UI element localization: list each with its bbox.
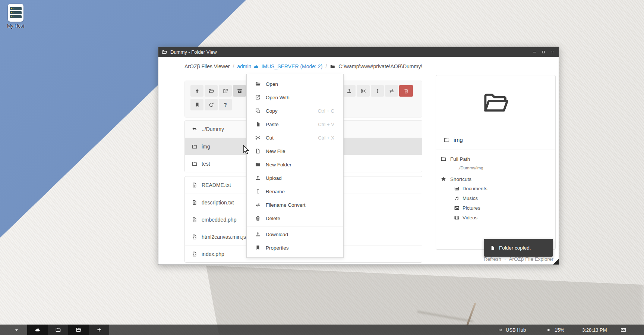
arrow-up-fill-icon bbox=[194, 88, 200, 94]
server-bar bbox=[10, 11, 22, 14]
folder-icon bbox=[330, 64, 335, 69]
menu-item-new-folder[interactable]: New Folder bbox=[247, 158, 343, 171]
menu-item-paste[interactable]: PasteCtrl + V bbox=[247, 118, 343, 131]
bookmark-fill-icon bbox=[194, 102, 200, 108]
taskbar-files-app-button[interactable] bbox=[48, 325, 68, 335]
taskbar-caret-icon[interactable] bbox=[14, 328, 19, 332]
window-titlebar[interactable]: Dummy - Folder View bbox=[158, 47, 559, 57]
go-up-button[interactable] bbox=[190, 85, 203, 97]
close-button[interactable] bbox=[550, 49, 555, 55]
image-icon bbox=[454, 205, 460, 211]
usb-status[interactable]: USB Hub bbox=[498, 325, 526, 335]
rename-button[interactable] bbox=[371, 85, 384, 97]
menu-item-label: New Folder bbox=[266, 162, 291, 168]
breadcrumb-server-link[interactable]: admin IMUS_SERVER (Mode: 2) bbox=[237, 63, 322, 69]
menu-item-upload[interactable]: Upload bbox=[247, 171, 343, 185]
menu-item-open-with[interactable]: Open With bbox=[247, 91, 343, 104]
file-text-icon bbox=[192, 182, 198, 188]
refresh-button[interactable] bbox=[205, 99, 218, 110]
file-label: README.txt bbox=[202, 182, 231, 188]
delete-button[interactable] bbox=[399, 85, 413, 97]
shortcut-item-musics[interactable]: Musics bbox=[454, 193, 555, 203]
menu-item-label: Delete bbox=[266, 216, 280, 221]
trash-icon bbox=[255, 215, 261, 221]
full-path-value: ./Dummy/img bbox=[458, 166, 555, 170]
preview-box bbox=[436, 75, 555, 130]
window-title-icon bbox=[162, 49, 167, 55]
taskbar-add-app-button[interactable] bbox=[89, 325, 109, 335]
taskbar-folder-view-app-button[interactable] bbox=[68, 325, 89, 335]
taskbar-cloud-app-button[interactable] bbox=[27, 325, 48, 335]
menu-item-copy[interactable]: CopyCtrl + C bbox=[247, 104, 343, 118]
ibeam-icon bbox=[375, 88, 381, 94]
ibeam-icon bbox=[255, 188, 261, 194]
refresh-link[interactable]: Refresh bbox=[484, 256, 501, 262]
filename-convert-button[interactable] bbox=[385, 85, 398, 97]
music-fill-icon bbox=[454, 195, 460, 201]
menu-item-cut[interactable]: CutCtrl + X bbox=[247, 131, 343, 144]
breadcrumb-server[interactable]: IMUS_SERVER (Mode: 2) bbox=[261, 63, 322, 69]
menu-item-open[interactable]: Open bbox=[247, 77, 343, 91]
paste-icon bbox=[255, 121, 261, 127]
mouse-cursor bbox=[243, 145, 252, 154]
menu-item-filename-convert[interactable]: Filename Convert bbox=[247, 198, 343, 212]
refresh-icon bbox=[208, 102, 214, 108]
bookmark-fill-icon bbox=[255, 245, 261, 251]
maximize-button[interactable] bbox=[541, 49, 546, 55]
desktop-icon-my-host[interactable]: My Host bbox=[5, 4, 26, 29]
breadcrumb: ArOZβ Files Viewer / admin IMUS_SERVER (… bbox=[184, 63, 422, 69]
upload-button[interactable] bbox=[342, 85, 356, 97]
folder-open-icon bbox=[208, 88, 214, 94]
menu-item-delete[interactable]: Delete bbox=[247, 212, 343, 225]
file-code-icon bbox=[192, 217, 198, 223]
shortcut-item-videos[interactable]: Videos bbox=[454, 213, 555, 222]
max-icon bbox=[541, 50, 546, 54]
open-external-button[interactable] bbox=[219, 85, 232, 97]
help-button[interactable]: ? bbox=[219, 99, 232, 110]
caret-down-fill-icon bbox=[14, 328, 19, 332]
archive-button[interactable] bbox=[233, 85, 246, 97]
folder-icon bbox=[55, 327, 61, 333]
cut-button[interactable] bbox=[357, 85, 370, 97]
bookmark-button[interactable] bbox=[190, 99, 203, 110]
menu-item-label: Download bbox=[266, 232, 288, 237]
menu-item-label: Cut bbox=[266, 135, 274, 141]
shortcuts-label: Shortcuts bbox=[450, 176, 471, 182]
menu-item-new-file[interactable]: New File bbox=[247, 144, 343, 158]
folder-open-icon bbox=[481, 88, 510, 117]
selected-item-name: img bbox=[454, 137, 463, 143]
paste-icon bbox=[490, 245, 495, 251]
folder-label: ../Dummy bbox=[202, 126, 224, 132]
server-icon bbox=[8, 4, 23, 22]
minimize-button[interactable] bbox=[532, 49, 537, 55]
file-icon bbox=[255, 148, 261, 154]
copy-icon bbox=[255, 108, 261, 114]
shortcut-item-documents[interactable]: Documents bbox=[454, 184, 555, 193]
open-folder-button[interactable] bbox=[205, 85, 218, 97]
plus-fill-icon bbox=[96, 327, 102, 333]
breadcrumb-user[interactable]: admin bbox=[237, 63, 251, 69]
brand-label: ArOZβ File Explorer bbox=[509, 256, 553, 262]
menu-item-download[interactable]: Download bbox=[247, 228, 343, 241]
folder-icon bbox=[443, 137, 450, 143]
mail-tray[interactable] bbox=[620, 325, 626, 335]
volume-status[interactable]: 15% bbox=[546, 325, 564, 335]
shortcut-item-pictures[interactable]: Pictures bbox=[454, 203, 555, 213]
full-path-label: Full Path bbox=[450, 156, 470, 162]
envelope-icon bbox=[620, 327, 626, 333]
folder-open-icon bbox=[76, 327, 82, 333]
file-code-icon bbox=[192, 234, 198, 240]
menu-item-properties[interactable]: Properties bbox=[247, 241, 343, 254]
clock[interactable]: 3:28:13 PM bbox=[582, 325, 607, 335]
resize-handle[interactable] bbox=[553, 259, 559, 264]
file-label: description.txt bbox=[202, 200, 234, 206]
side-details: Full Path ./Dummy/img Shortcuts Document… bbox=[436, 150, 555, 222]
volume-level: 15% bbox=[555, 327, 564, 333]
menu-item-rename[interactable]: Rename bbox=[247, 185, 343, 198]
folder-open-icon bbox=[481, 88, 510, 117]
folder-icon bbox=[192, 161, 198, 167]
envelope-icon bbox=[620, 327, 626, 333]
folder-icon bbox=[192, 144, 198, 150]
window-title: Dummy - Folder View bbox=[170, 49, 217, 55]
menu-item-label: Upload bbox=[266, 175, 282, 181]
